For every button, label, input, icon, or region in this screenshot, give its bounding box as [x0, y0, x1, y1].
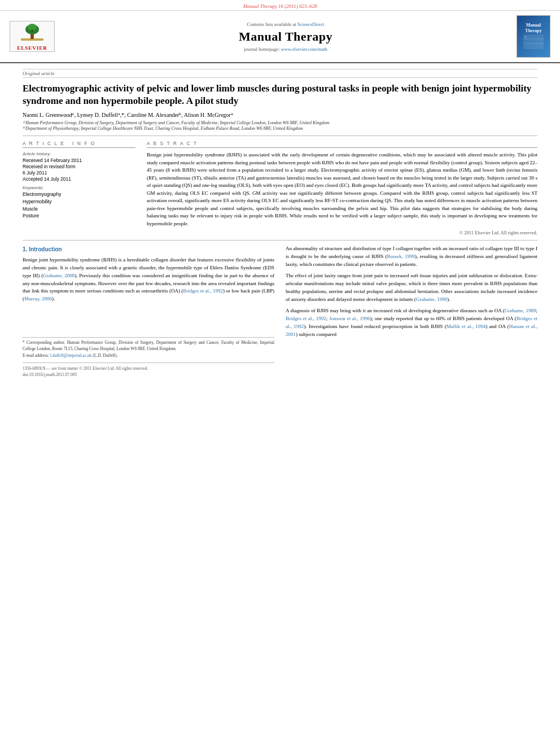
- section-name: Introduction: [29, 246, 62, 252]
- doi-line: doi:10.1016/j.math.2011.07.005: [23, 372, 274, 378]
- footnote-block: * Corresponding author. Human Performanc…: [23, 337, 274, 359]
- elsevier-logo: ELSEVIER: [10, 21, 55, 52]
- cover-decoration: 16: [522, 33, 545, 50]
- journal-ref: Manual Therapy 16 (2011) 623–628: [243, 3, 317, 9]
- ref-grahame-2008[interactable]: Grahame, 2008: [43, 273, 75, 278]
- keyword-2: Hypermobility: [23, 198, 135, 206]
- ref-hassan-2001[interactable]: Hassan et al., 2001: [286, 324, 537, 337]
- journal-topbar: Manual Therapy 16 (2011) 623–628: [0, 0, 560, 11]
- journal-title-area: Contents lists available at ScienceDirec…: [63, 15, 508, 58]
- intro-para-right-1: An abnormality of structure and distribu…: [286, 245, 537, 269]
- sciencedirect-link[interactable]: ScienceDirect: [298, 21, 325, 27]
- keyword-3: Muscle: [23, 206, 135, 213]
- svg-point-4: [31, 29, 33, 32]
- ref-grahame-1989[interactable]: Grahame, 1989: [505, 308, 536, 313]
- corresponding-author-note: * Corresponding author. Human Performanc…: [23, 340, 274, 352]
- ref-grahame-1990[interactable]: Grahame, 1990: [416, 296, 447, 302]
- paper-title: Electromyographic activity of pelvic and…: [23, 82, 537, 107]
- article-info-column: A R T I C L E I N F O Article history: R…: [23, 141, 135, 235]
- intro-para-right-2: The effect of joint laxity ranges from j…: [286, 272, 537, 304]
- email-address[interactable]: l.duffell@imperial.ac.uk: [50, 353, 92, 358]
- authors-line: Naomi L. Greenwoodᵃ, Lynsey D. Duffellᵃ,…: [23, 112, 537, 118]
- received-date: Received 14 February 2011: [23, 158, 135, 163]
- ref-murray-2006[interactable]: Murray, 2006: [24, 296, 52, 302]
- email-label: E-mail address:: [23, 353, 49, 358]
- content-area: Original article Electromyographic activ…: [0, 63, 560, 384]
- footnote-area: * Corresponding author. Human Performanc…: [23, 337, 274, 378]
- section-divider: [23, 136, 537, 136]
- ref-bridges-1992b[interactable]: Bridges et al., 1992: [286, 316, 326, 321]
- abstract-text: Benign joint hypermobility syndrome (BJH…: [147, 151, 537, 228]
- contents-label: Contents lists available at: [247, 21, 296, 27]
- keywords-label: Keywords:: [23, 185, 135, 190]
- journal-title: Manual Therapy: [239, 29, 333, 44]
- received-revised-label: Received in revised form: [23, 164, 135, 169]
- info-abstract-section: A R T I C L E I N F O Article history: R…: [23, 141, 537, 235]
- intro-section-title: 1. Introduction: [23, 245, 274, 254]
- keyword-1: Electromyography: [23, 191, 135, 198]
- homepage-label: journal homepage:: [244, 46, 280, 52]
- ref-mallik-1994[interactable]: Mallik et al., 1994: [447, 324, 486, 329]
- abstract-column: A B S T R A C T Benign joint hypermobili…: [147, 141, 537, 235]
- affiliation-b: ᵇ Department of Physiotherapy, Imperial …: [23, 126, 537, 131]
- homepage-line: journal homepage: www.elsevier.com/math: [244, 46, 327, 52]
- bottom-bar: 1356-689X/$ — see front matter © 2011 El…: [23, 362, 274, 372]
- revised-date: 6 July 2011: [23, 170, 135, 176]
- ref-jonsson-1996[interactable]: Jonsson et al., 1996: [329, 316, 370, 321]
- body-divider: [23, 240, 537, 241]
- body-right-column: An abnormality of structure and distribu…: [286, 245, 537, 378]
- copyright-line: © 2011 Elsevier Ltd. All rights reserved…: [147, 230, 537, 235]
- sciencedirect-line: Contents lists available at ScienceDirec…: [247, 21, 325, 27]
- intro-para-right-3: A diagnosis of BJHS may bring with it an…: [286, 307, 537, 339]
- cover-title: ManualTherapy: [525, 23, 541, 33]
- elsevier-wordmark: ELSEVIER: [17, 45, 47, 51]
- ref-bridges-1992[interactable]: Bridges et al., 1992: [183, 288, 223, 294]
- ref-russek-1999[interactable]: Russek, 1999: [387, 254, 414, 259]
- email-person: (L.D. Duffell).: [93, 353, 117, 358]
- journal-header: ELSEVIER Contents lists available at Sci…: [0, 11, 560, 63]
- intro-para-1: Benign joint hypermobility syndrome (BJH…: [23, 256, 274, 304]
- body-left-column: 1. Introduction Benign joint hypermobili…: [23, 245, 274, 378]
- journal-cover-area: ManualTherapy 16: [514, 15, 553, 58]
- accepted-date: Accepted 14 July 2011: [23, 176, 135, 182]
- section-number: 1.: [23, 246, 27, 252]
- authors: Naomi L. Greenwoodᵃ, Lynsey D. Duffellᵃ,…: [23, 112, 233, 118]
- elsevier-tree-icon: [18, 23, 46, 44]
- article-type-label: Original article: [23, 69, 537, 78]
- svg-text:16: 16: [524, 36, 527, 38]
- journal-cover-image: ManualTherapy 16: [517, 15, 550, 58]
- homepage-url[interactable]: www.elsevier.com/math: [281, 46, 327, 52]
- history-label: Article history:: [23, 151, 135, 156]
- affiliation-a: ᵃ Human Performance Group, Division of S…: [23, 120, 537, 125]
- keyword-4: Posture: [23, 212, 135, 220]
- elsevier-logo-area: ELSEVIER: [7, 15, 58, 58]
- body-section: 1. Introduction Benign joint hypermobili…: [23, 245, 537, 378]
- email-footnote: E-mail address: l.duffell@imperial.ac.uk…: [23, 353, 274, 359]
- issn-text: 1356-689X/$ — see front matter © 2011 El…: [23, 365, 148, 372]
- page: Manual Therapy 16 (2011) 623–628 ELSEVIE…: [0, 0, 560, 747]
- abstract-heading: A B S T R A C T: [147, 141, 537, 148]
- article-info-heading: A R T I C L E I N F O: [23, 141, 135, 148]
